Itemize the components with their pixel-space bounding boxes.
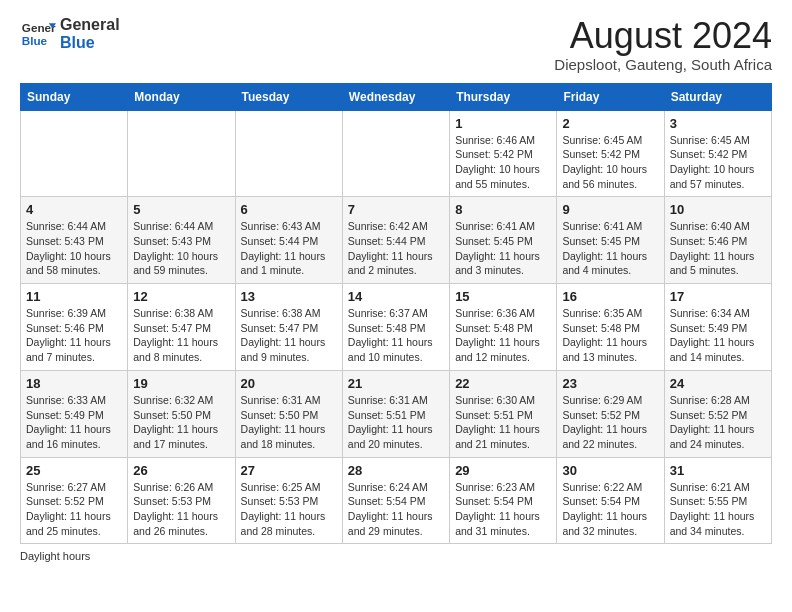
calendar-cell: 29Sunrise: 6:23 AMSunset: 5:54 PMDayligh… bbox=[450, 457, 557, 544]
day-info: Sunrise: 6:21 AMSunset: 5:55 PMDaylight:… bbox=[670, 480, 766, 539]
day-info: Sunrise: 6:41 AMSunset: 5:45 PMDaylight:… bbox=[562, 219, 658, 278]
day-number: 17 bbox=[670, 289, 766, 304]
day-number: 22 bbox=[455, 376, 551, 391]
day-number: 9 bbox=[562, 202, 658, 217]
calendar-cell: 18Sunrise: 6:33 AMSunset: 5:49 PMDayligh… bbox=[21, 370, 128, 457]
calendar-table: SundayMondayTuesdayWednesdayThursdayFrid… bbox=[20, 83, 772, 545]
day-number: 27 bbox=[241, 463, 337, 478]
calendar-week-3: 11Sunrise: 6:39 AMSunset: 5:46 PMDayligh… bbox=[21, 284, 772, 371]
day-info: Sunrise: 6:22 AMSunset: 5:54 PMDaylight:… bbox=[562, 480, 658, 539]
day-info: Sunrise: 6:32 AMSunset: 5:50 PMDaylight:… bbox=[133, 393, 229, 452]
calendar-cell: 8Sunrise: 6:41 AMSunset: 5:45 PMDaylight… bbox=[450, 197, 557, 284]
day-number: 25 bbox=[26, 463, 122, 478]
calendar-cell: 24Sunrise: 6:28 AMSunset: 5:52 PMDayligh… bbox=[664, 370, 771, 457]
calendar-cell: 3Sunrise: 6:45 AMSunset: 5:42 PMDaylight… bbox=[664, 110, 771, 197]
day-info: Sunrise: 6:34 AMSunset: 5:49 PMDaylight:… bbox=[670, 306, 766, 365]
logo-icon: General Blue bbox=[20, 16, 56, 52]
day-info: Sunrise: 6:27 AMSunset: 5:52 PMDaylight:… bbox=[26, 480, 122, 539]
day-number: 1 bbox=[455, 116, 551, 131]
calendar-week-2: 4Sunrise: 6:44 AMSunset: 5:43 PMDaylight… bbox=[21, 197, 772, 284]
day-number: 28 bbox=[348, 463, 444, 478]
header: General Blue General Blue August 2024 Di… bbox=[20, 16, 772, 73]
calendar-cell: 5Sunrise: 6:44 AMSunset: 5:43 PMDaylight… bbox=[128, 197, 235, 284]
day-number: 20 bbox=[241, 376, 337, 391]
calendar-cell: 30Sunrise: 6:22 AMSunset: 5:54 PMDayligh… bbox=[557, 457, 664, 544]
logo-text-general: General bbox=[60, 16, 120, 34]
day-info: Sunrise: 6:23 AMSunset: 5:54 PMDaylight:… bbox=[455, 480, 551, 539]
logo: General Blue General Blue bbox=[20, 16, 120, 52]
logo-text-blue: Blue bbox=[60, 34, 120, 52]
page-title: August 2024 bbox=[554, 16, 772, 56]
calendar-cell: 31Sunrise: 6:21 AMSunset: 5:55 PMDayligh… bbox=[664, 457, 771, 544]
day-info: Sunrise: 6:41 AMSunset: 5:45 PMDaylight:… bbox=[455, 219, 551, 278]
day-number: 24 bbox=[670, 376, 766, 391]
calendar-cell: 7Sunrise: 6:42 AMSunset: 5:44 PMDaylight… bbox=[342, 197, 449, 284]
calendar-week-5: 25Sunrise: 6:27 AMSunset: 5:52 PMDayligh… bbox=[21, 457, 772, 544]
day-number: 4 bbox=[26, 202, 122, 217]
day-info: Sunrise: 6:36 AMSunset: 5:48 PMDaylight:… bbox=[455, 306, 551, 365]
footer-note: Daylight hours bbox=[20, 550, 772, 562]
calendar-cell: 28Sunrise: 6:24 AMSunset: 5:54 PMDayligh… bbox=[342, 457, 449, 544]
calendar-cell: 11Sunrise: 6:39 AMSunset: 5:46 PMDayligh… bbox=[21, 284, 128, 371]
day-info: Sunrise: 6:31 AMSunset: 5:50 PMDaylight:… bbox=[241, 393, 337, 452]
calendar-cell: 1Sunrise: 6:46 AMSunset: 5:42 PMDaylight… bbox=[450, 110, 557, 197]
page-subtitle: Diepsloot, Gauteng, South Africa bbox=[554, 56, 772, 73]
day-info: Sunrise: 6:42 AMSunset: 5:44 PMDaylight:… bbox=[348, 219, 444, 278]
svg-text:General: General bbox=[22, 21, 56, 34]
calendar-cell bbox=[235, 110, 342, 197]
day-info: Sunrise: 6:40 AMSunset: 5:46 PMDaylight:… bbox=[670, 219, 766, 278]
day-number: 19 bbox=[133, 376, 229, 391]
day-number: 31 bbox=[670, 463, 766, 478]
calendar-cell: 22Sunrise: 6:30 AMSunset: 5:51 PMDayligh… bbox=[450, 370, 557, 457]
day-info: Sunrise: 6:44 AMSunset: 5:43 PMDaylight:… bbox=[26, 219, 122, 278]
day-number: 2 bbox=[562, 116, 658, 131]
day-info: Sunrise: 6:24 AMSunset: 5:54 PMDaylight:… bbox=[348, 480, 444, 539]
calendar-cell: 9Sunrise: 6:41 AMSunset: 5:45 PMDaylight… bbox=[557, 197, 664, 284]
calendar-cell: 13Sunrise: 6:38 AMSunset: 5:47 PMDayligh… bbox=[235, 284, 342, 371]
day-number: 11 bbox=[26, 289, 122, 304]
svg-text:Blue: Blue bbox=[22, 34, 48, 47]
calendar-cell bbox=[21, 110, 128, 197]
day-number: 5 bbox=[133, 202, 229, 217]
day-number: 16 bbox=[562, 289, 658, 304]
calendar-cell bbox=[342, 110, 449, 197]
day-info: Sunrise: 6:46 AMSunset: 5:42 PMDaylight:… bbox=[455, 133, 551, 192]
day-info: Sunrise: 6:45 AMSunset: 5:42 PMDaylight:… bbox=[670, 133, 766, 192]
day-info: Sunrise: 6:45 AMSunset: 5:42 PMDaylight:… bbox=[562, 133, 658, 192]
day-number: 30 bbox=[562, 463, 658, 478]
calendar-cell: 20Sunrise: 6:31 AMSunset: 5:50 PMDayligh… bbox=[235, 370, 342, 457]
calendar-cell: 23Sunrise: 6:29 AMSunset: 5:52 PMDayligh… bbox=[557, 370, 664, 457]
calendar-cell: 12Sunrise: 6:38 AMSunset: 5:47 PMDayligh… bbox=[128, 284, 235, 371]
calendar-cell: 15Sunrise: 6:36 AMSunset: 5:48 PMDayligh… bbox=[450, 284, 557, 371]
col-header-monday: Monday bbox=[128, 83, 235, 110]
day-info: Sunrise: 6:30 AMSunset: 5:51 PMDaylight:… bbox=[455, 393, 551, 452]
calendar-cell: 17Sunrise: 6:34 AMSunset: 5:49 PMDayligh… bbox=[664, 284, 771, 371]
title-area: August 2024 Diepsloot, Gauteng, South Af… bbox=[554, 16, 772, 73]
day-info: Sunrise: 6:35 AMSunset: 5:48 PMDaylight:… bbox=[562, 306, 658, 365]
calendar-cell: 2Sunrise: 6:45 AMSunset: 5:42 PMDaylight… bbox=[557, 110, 664, 197]
day-number: 3 bbox=[670, 116, 766, 131]
calendar-cell: 6Sunrise: 6:43 AMSunset: 5:44 PMDaylight… bbox=[235, 197, 342, 284]
day-info: Sunrise: 6:39 AMSunset: 5:46 PMDaylight:… bbox=[26, 306, 122, 365]
calendar-cell: 14Sunrise: 6:37 AMSunset: 5:48 PMDayligh… bbox=[342, 284, 449, 371]
day-info: Sunrise: 6:38 AMSunset: 5:47 PMDaylight:… bbox=[133, 306, 229, 365]
col-header-wednesday: Wednesday bbox=[342, 83, 449, 110]
calendar-cell: 25Sunrise: 6:27 AMSunset: 5:52 PMDayligh… bbox=[21, 457, 128, 544]
day-info: Sunrise: 6:33 AMSunset: 5:49 PMDaylight:… bbox=[26, 393, 122, 452]
calendar-cell: 10Sunrise: 6:40 AMSunset: 5:46 PMDayligh… bbox=[664, 197, 771, 284]
day-number: 21 bbox=[348, 376, 444, 391]
day-number: 7 bbox=[348, 202, 444, 217]
day-info: Sunrise: 6:43 AMSunset: 5:44 PMDaylight:… bbox=[241, 219, 337, 278]
calendar-cell: 16Sunrise: 6:35 AMSunset: 5:48 PMDayligh… bbox=[557, 284, 664, 371]
day-number: 26 bbox=[133, 463, 229, 478]
day-number: 13 bbox=[241, 289, 337, 304]
day-info: Sunrise: 6:25 AMSunset: 5:53 PMDaylight:… bbox=[241, 480, 337, 539]
calendar-cell: 4Sunrise: 6:44 AMSunset: 5:43 PMDaylight… bbox=[21, 197, 128, 284]
day-info: Sunrise: 6:44 AMSunset: 5:43 PMDaylight:… bbox=[133, 219, 229, 278]
day-info: Sunrise: 6:28 AMSunset: 5:52 PMDaylight:… bbox=[670, 393, 766, 452]
calendar-cell: 19Sunrise: 6:32 AMSunset: 5:50 PMDayligh… bbox=[128, 370, 235, 457]
day-number: 14 bbox=[348, 289, 444, 304]
calendar-week-4: 18Sunrise: 6:33 AMSunset: 5:49 PMDayligh… bbox=[21, 370, 772, 457]
day-info: Sunrise: 6:37 AMSunset: 5:48 PMDaylight:… bbox=[348, 306, 444, 365]
calendar-cell: 21Sunrise: 6:31 AMSunset: 5:51 PMDayligh… bbox=[342, 370, 449, 457]
